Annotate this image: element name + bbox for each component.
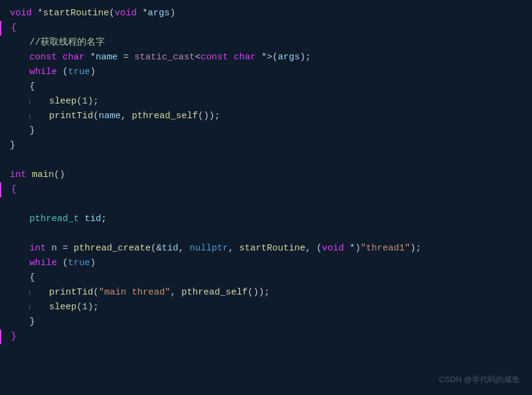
code-line-23: } bbox=[0, 329, 532, 344]
code-line-2: { bbox=[0, 21, 532, 36]
code-line-22: } bbox=[0, 315, 532, 329]
code-line-blank3 bbox=[0, 227, 532, 241]
code-line-6: { bbox=[0, 80, 532, 94]
code-line-3: //获取线程的名字 bbox=[0, 36, 532, 50]
code-line-1: void *startRoutine(void *args) bbox=[0, 6, 532, 21]
code-line-10: } bbox=[0, 138, 532, 153]
code-line-5: while (true) bbox=[0, 65, 532, 80]
code-line-21: sleep(1); bbox=[0, 300, 532, 315]
code-line-20: printTid("main thread", pthread_self()); bbox=[0, 285, 532, 300]
code-line-blank2 bbox=[0, 197, 532, 212]
code-line-12: int main() bbox=[0, 168, 532, 182]
watermark: CSDN @学代码的咸鱼 bbox=[439, 374, 520, 386]
code-line-7: sleep(1); bbox=[0, 94, 532, 109]
code-line-15: pthread_t tid; bbox=[0, 212, 532, 227]
code-line-17: int n = pthread_create(&tid, nullptr, st… bbox=[0, 241, 532, 256]
code-line-4: const char *name = static_cast<const cha… bbox=[0, 50, 532, 65]
code-line-13: { bbox=[0, 182, 532, 197]
code-editor: void *startRoutine(void *args) { //获取线程的… bbox=[0, 0, 532, 395]
code-line-8: printTid(name, pthread_self()); bbox=[0, 109, 532, 124]
code-line-9: } bbox=[0, 124, 532, 138]
code-line-18: while (true) bbox=[0, 256, 532, 271]
code-line-19: { bbox=[0, 271, 532, 285]
code-line-blank1 bbox=[0, 153, 532, 168]
